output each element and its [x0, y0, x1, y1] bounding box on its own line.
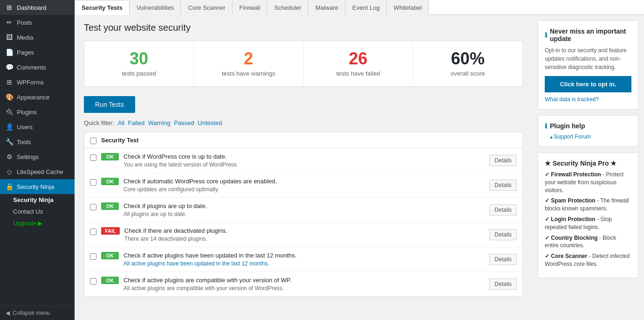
wpforms-icon: ⊞ [6, 78, 13, 86]
users-icon: 👤 [6, 123, 13, 131]
tools-icon: 🔧 [6, 138, 13, 146]
row-1-checkbox[interactable] [90, 154, 96, 161]
collapse-menu[interactable]: ◀ Collapse menu [0, 306, 75, 320]
stats-bar: 30 tests passed 2 tests have warnings 26… [84, 41, 523, 87]
tabs-bar: Security Tests Vulnerabilities Core Scan… [75, 0, 644, 15]
sidebar-item-users[interactable]: 👤 Users [0, 119, 75, 134]
select-all-checkbox[interactable] [90, 138, 96, 144]
tab-vulnerabilities[interactable]: Vulnerabilities [130, 0, 181, 15]
filter-failed[interactable]: Failed [128, 119, 144, 126]
row-2-badge: OK [101, 178, 119, 185]
table-row: OK Check if WordPress core is up to date… [84, 148, 522, 173]
sidebar-item-litespeed[interactable]: ◇ LiteSpeed Cache [0, 164, 75, 179]
tab-firewall[interactable]: Firewall [233, 0, 267, 15]
stat-passed: 30 tests passed [84, 41, 194, 86]
info-icon: ℹ [545, 31, 547, 39]
row-6-details-button[interactable]: Details [489, 278, 517, 290]
row-6-checkbox[interactable] [90, 278, 96, 285]
stat-number-warnings: 2 [199, 50, 298, 67]
media-icon: 🖼 [6, 34, 13, 41]
pro-widget: ★ Security Ninja Pro ★ ✓ Firewall Protec… [538, 153, 638, 278]
row-6-title: Check if active plugins are compatible w… [123, 277, 485, 284]
row-5-details-button[interactable]: Details [489, 254, 517, 265]
update-widget-body: Opt-in to our security and feature updat… [545, 46, 631, 71]
table-row: FAIL Check if there are deactivated plug… [84, 223, 522, 247]
tab-event-log[interactable]: Event Log [345, 0, 387, 15]
sidebar-item-tools[interactable]: 🔧 Tools [0, 134, 75, 149]
plugin-help-info-icon: ℹ [545, 122, 547, 130]
filter-untested[interactable]: Untested [198, 119, 222, 126]
quick-filter-label: Quick filter: [84, 119, 114, 126]
row-3-title: Check if plugins are up to date. [123, 202, 485, 209]
stat-score: 60% overall score [413, 41, 522, 86]
row-2-title: Check if automatic WordPress core update… [123, 178, 485, 185]
row-2-details-button[interactable]: Details [489, 180, 517, 191]
filter-warning[interactable]: Warning [148, 119, 171, 126]
sidebar-item-plugins[interactable]: 🔌 Plugins [0, 104, 75, 119]
pro-item-5: ✓ Core Scanner - Detect infected WordPre… [545, 252, 631, 268]
row-4-details-button[interactable]: Details [489, 229, 517, 240]
collapse-icon: ◀ [6, 310, 10, 316]
stat-label-score: overall score [418, 70, 518, 77]
tab-scheduler[interactable]: Scheduler [267, 0, 308, 15]
tab-whitelabel[interactable]: Whitelabel [387, 0, 429, 15]
row-3-badge: OK [101, 202, 119, 210]
sidebar-item-media[interactable]: 🖼 Media [0, 30, 75, 45]
table-row: OK Check if active plugins are compatibl… [84, 272, 522, 296]
pro-title: ★ Security Ninja Pro ★ [545, 160, 631, 167]
row-3-checkbox[interactable] [90, 204, 96, 210]
sidebar-sub-security-ninja[interactable]: Security Ninja [0, 194, 75, 206]
tab-security-tests[interactable]: Security Tests [75, 0, 130, 15]
stat-failed: 26 tests have failed [304, 41, 413, 86]
content-area: Test your website security 30 tests pass… [75, 15, 644, 320]
pro-item-2: ✓ Spam Protection - The firewall blocks … [545, 197, 631, 213]
plugin-help-title: ℹ Plugin help [545, 122, 631, 130]
right-sidebar: ℹ Never miss an important update Opt-in … [532, 15, 644, 320]
row-1-desc: You are using the latest version of Word… [123, 161, 485, 168]
posts-icon: ✏ [6, 19, 13, 26]
row-5-checkbox[interactable] [90, 253, 96, 260]
tab-core-scanner[interactable]: Core Scanner [181, 0, 232, 15]
stat-label-warnings: tests have warnings [199, 70, 298, 77]
appearance-icon: 🎨 [6, 93, 13, 101]
row-1-details-button[interactable]: Details [489, 155, 517, 166]
security-ninja-icon: 🔒 [6, 183, 13, 190]
sidebar-item-comments[interactable]: 💬 Comments [0, 60, 75, 75]
row-2-desc: Core updates are configured optimally. [123, 186, 485, 193]
what-data-link[interactable]: What data is tracked? [545, 96, 631, 103]
support-forum-link[interactable]: Support Forum [545, 133, 631, 140]
table-header: Security Test [84, 132, 522, 148]
opt-in-button[interactable]: Click here to opt in. [545, 76, 631, 92]
tests-table: Security Test OK Check if WordPress core… [84, 132, 523, 297]
row-5-badge: OK [101, 252, 119, 259]
row-3-details-button[interactable]: Details [489, 204, 517, 216]
main-panel: Test your website security 30 tests pass… [75, 15, 532, 320]
sidebar-sub-upgrade[interactable]: Upgrade ▶ [0, 217, 75, 229]
pages-icon: 📄 [6, 49, 13, 56]
sidebar-sub-contact[interactable]: Contact Us [0, 206, 75, 217]
sidebar-item-pages[interactable]: 📄 Pages [0, 45, 75, 60]
stat-label-failed: tests have failed [308, 70, 408, 77]
tab-malware[interactable]: Malware [308, 0, 345, 15]
sidebar-item-security-ninja[interactable]: 🔒 Security Ninja [0, 179, 75, 194]
table-row: OK Check if automatic WordPress core upd… [84, 173, 522, 198]
sidebar-item-appearance[interactable]: 🎨 Appearance [0, 90, 75, 104]
filter-passed[interactable]: Passed [174, 119, 194, 126]
row-4-badge: FAIL [101, 227, 120, 235]
sidebar-item-settings[interactable]: ⚙ Settings [0, 149, 75, 164]
page-title: Test your website security [84, 22, 523, 33]
table-row: OK Check if active plugins have been upd… [84, 247, 522, 272]
settings-icon: ⚙ [6, 153, 13, 160]
sidebar-item-dashboard[interactable]: ⊞ Dashboard [0, 0, 75, 15]
plugin-help-widget: ℹ Plugin help Support Forum [538, 115, 638, 147]
sidebar-item-wpforms[interactable]: ⊞ WPForms [0, 75, 75, 90]
row-4-checkbox[interactable] [90, 229, 96, 235]
sidebar-item-posts[interactable]: ✏ Posts [0, 15, 75, 30]
row-2-checkbox[interactable] [90, 179, 96, 186]
run-tests-button[interactable]: Run Tests [84, 96, 135, 113]
row-1-title: Check if WordPress core is up to date. [123, 153, 485, 160]
dashboard-icon: ⊞ [6, 4, 13, 11]
row-6-badge: OK [101, 277, 119, 284]
filter-all[interactable]: All [118, 119, 124, 126]
row-1-badge: OK [101, 153, 119, 160]
